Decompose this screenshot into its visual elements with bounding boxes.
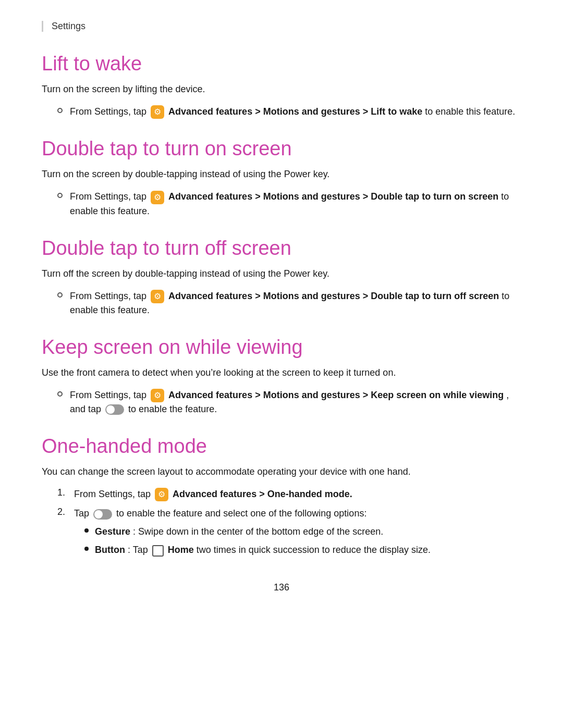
numbered-text-1: From Settings, tap Advanced features > O…: [74, 487, 352, 501]
bullet-text-double-tap-off: From Settings, tap Advanced features > M…: [70, 289, 521, 317]
sub-bullet-button: Button : Tap Home two times in quick suc…: [84, 543, 431, 557]
section-title-lift-to-wake: Lift to wake: [42, 53, 521, 75]
numbered-item-2: 2. Tap to enable the feature and select …: [57, 507, 521, 561]
section-lift-to-wake: Lift to wake Turn on the screen by lifti…: [42, 53, 521, 119]
page-number: 136: [42, 582, 521, 593]
bold-nav-text: Advanced features > One-handed mode.: [173, 489, 352, 499]
text-suffix: to enable the feature and select one of …: [116, 508, 366, 519]
numbered-label-2: 2.: [57, 507, 74, 517]
settings-icon: [151, 191, 164, 204]
text-prefix: Tap: [74, 508, 92, 519]
text-prefix: From Settings, tap: [70, 191, 149, 202]
text-prefix: From Settings, tap: [70, 291, 149, 301]
numbered-label-1: 1.: [57, 487, 74, 498]
bullet-circle-icon: [57, 108, 63, 113]
button-desc-suffix: two times in quick succession to reduce …: [197, 545, 431, 555]
section-one-handed-mode: One-handed mode You can change the scree…: [42, 435, 521, 561]
bullet-circle-icon: [57, 391, 63, 397]
settings-icon: [151, 105, 164, 119]
bullet-lift-to-wake: From Settings, tap Advanced features > M…: [57, 105, 521, 119]
page-header: Settings: [42, 21, 521, 32]
section-title-double-tap-off: Double tap to turn off screen: [42, 237, 521, 260]
bold-nav-text: Advanced features > Motions and gestures…: [168, 291, 501, 301]
sub-bullet-text-gesture: Gesture : Swipe down in the center of th…: [95, 525, 383, 539]
text-prefix: From Settings, tap: [70, 106, 149, 117]
button-desc-prefix: : Tap: [128, 545, 151, 555]
section-desc-double-tap-off: Turn off the screen by double-tapping in…: [42, 267, 521, 281]
section-desc-keep-screen-on: Use the front camera to detect when you’…: [42, 366, 521, 380]
numbered-list-one-handed: 1. From Settings, tap Advanced features …: [57, 487, 521, 561]
sub-bullet-gesture: Gesture : Swipe down in the center of th…: [84, 525, 431, 539]
text-prefix: From Settings, tap: [74, 489, 153, 499]
bullet-circle-icon: [57, 193, 63, 198]
bold-gesture: Gesture: [95, 526, 130, 537]
header-label: Settings: [52, 21, 85, 31]
bullet-text-lift-to-wake: From Settings, tap Advanced features > M…: [70, 105, 515, 119]
sub-bullet-list: Gesture : Swipe down in the center of th…: [84, 525, 431, 557]
bold-nav-text: Advanced features > Motions and gestures…: [168, 191, 501, 202]
section-double-tap-on: Double tap to turn on screen Turn on the…: [42, 138, 521, 218]
bullet-double-tap-on: From Settings, tap Advanced features > M…: [57, 190, 521, 218]
bullet-keep-screen-on: From Settings, tap Advanced features > M…: [57, 388, 521, 416]
sub-bullet-dot: [84, 547, 89, 551]
section-desc-double-tap-on: Turn on the screen by double-tapping ins…: [42, 167, 521, 181]
section-title-double-tap-on: Double tap to turn on screen: [42, 138, 521, 160]
numbered-text-2: Tap to enable the feature and select one…: [74, 507, 431, 561]
bullet-double-tap-off: From Settings, tap Advanced features > M…: [57, 289, 521, 317]
bold-nav-text: Advanced features > Motions and gestures…: [168, 106, 425, 117]
bullet-text-double-tap-on: From Settings, tap Advanced features > M…: [70, 190, 521, 218]
section-desc-one-handed-mode: You can change the screen layout to acco…: [42, 465, 521, 479]
home-label: Home: [168, 545, 197, 555]
toggle-icon: [105, 404, 124, 415]
sub-bullet-text-button: Button : Tap Home two times in quick suc…: [95, 543, 431, 557]
section-keep-screen-on: Keep screen on while viewing Use the fro…: [42, 336, 521, 416]
section-title-one-handed-mode: One-handed mode: [42, 435, 521, 458]
numbered-item-1: 1. From Settings, tap Advanced features …: [57, 487, 521, 501]
home-icon: [152, 545, 164, 557]
settings-icon: [151, 389, 164, 402]
sub-bullet-dot: [84, 528, 89, 533]
section-title-keep-screen-on: Keep screen on while viewing: [42, 336, 521, 359]
settings-icon: [151, 290, 164, 303]
bullet-circle-icon: [57, 292, 63, 298]
text-suffix: to enable the feature.: [128, 404, 217, 414]
bold-button: Button: [95, 545, 125, 555]
text-prefix: From Settings, tap: [70, 390, 149, 400]
bold-nav-text: Advanced features > Motions and gestures…: [168, 390, 504, 400]
gesture-desc: : Swipe down in the center of the bottom…: [133, 526, 383, 537]
section-double-tap-off: Double tap to turn off screen Turn off t…: [42, 237, 521, 317]
settings-icon: [155, 488, 168, 501]
toggle-icon: [93, 509, 112, 520]
bullet-text-keep-screen-on: From Settings, tap Advanced features > M…: [70, 388, 521, 416]
section-desc-lift-to-wake: Turn on the screen by lifting the device…: [42, 82, 521, 96]
text-suffix: to enable this feature.: [425, 106, 515, 117]
